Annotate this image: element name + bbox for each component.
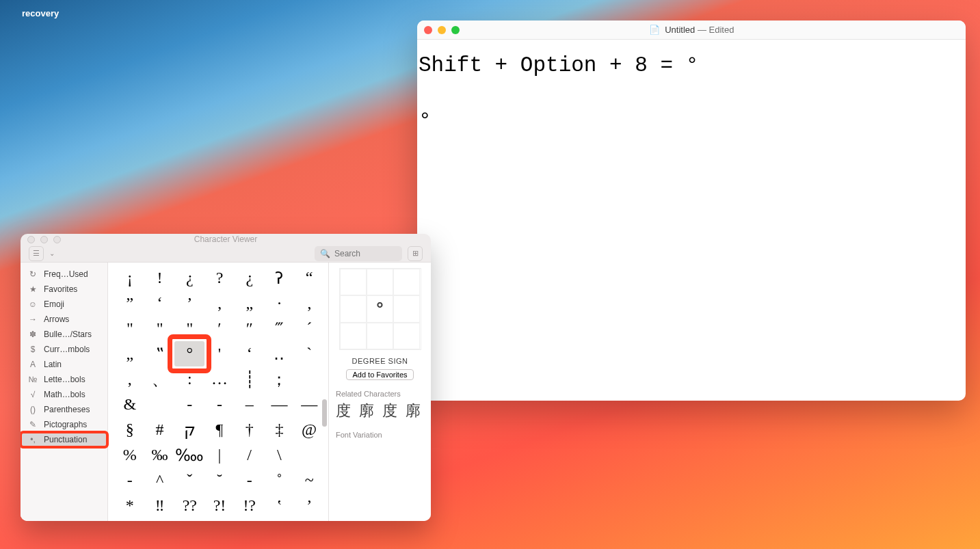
search-input[interactable] <box>334 249 397 258</box>
character-cell[interactable]: — <box>265 392 295 417</box>
character-cell[interactable]: ?! <box>204 493 235 518</box>
character-grid-container: ¡!¿?¿ʔ“”‘’‚„·‚"""′″‴´„‟°'‘‥`,、:…┊；&‑-–—―… <box>108 263 328 521</box>
character-cell[interactable]: / <box>235 442 265 468</box>
character-cell[interactable]: “ <box>294 265 324 291</box>
character-cell[interactable]: ┊ <box>235 366 265 392</box>
related-character[interactable]: 廓 <box>359 401 374 421</box>
sidebar-item-lette-bols[interactable]: №Lette…bols <box>21 372 107 387</box>
character-cell[interactable]: † <box>235 417 265 442</box>
character-cell[interactable]: ` <box>294 341 324 366</box>
sidebar-item-label: Parentheses <box>44 405 90 414</box>
character-cell[interactable]: ~ <box>294 468 324 493</box>
character-cell[interactable]: ˘ <box>204 468 235 493</box>
character-cell[interactable]: ^ <box>145 468 175 493</box>
add-to-favorites-button[interactable]: Add to Favorites <box>346 369 413 380</box>
sidebar-item-math-bols[interactable]: √Math…bols <box>21 387 107 402</box>
character-cell[interactable]: ’ <box>294 493 324 518</box>
character-cell[interactable]: ק <box>174 417 204 442</box>
character-cell[interactable]: ! <box>145 265 175 291</box>
character-cell[interactable]: # <box>145 417 175 442</box>
character-cell[interactable]: ′ <box>204 316 235 341</box>
character-cell[interactable]: ¶ <box>204 417 235 442</box>
sidebar-item-parentheses[interactable]: ()Parentheses <box>21 402 107 417</box>
character-cell[interactable]: @ <box>294 417 324 442</box>
character-cell[interactable]: ； <box>265 366 295 392</box>
grid-toggle-button[interactable]: ⊞ <box>408 246 423 261</box>
character-cell[interactable]: - <box>115 468 145 493</box>
character-cell[interactable]: \ <box>265 442 295 468</box>
character-cell[interactable]: | <box>204 442 235 468</box>
character-cell[interactable]: „ <box>115 341 145 366</box>
character-cell[interactable]: - <box>235 468 265 493</box>
sidebar-item-punctuation[interactable]: •,Punctuation <box>21 432 107 447</box>
search-field[interactable]: 🔍 <box>315 246 402 261</box>
character-cell[interactable]: ‡ <box>265 417 295 442</box>
character-cell[interactable]: ˚ <box>265 468 295 493</box>
character-cell[interactable]: ‑ <box>174 392 204 417</box>
character-cell[interactable]: " <box>145 316 175 341</box>
character-cell[interactable]: ‰ <box>145 442 175 468</box>
character-cell[interactable]: ‼ <box>145 493 175 518</box>
sidebar-item-freq-used[interactable]: ↻Freq…Used <box>21 267 107 282</box>
sidebar-item-emoji[interactable]: ☺Emoji <box>21 297 107 312</box>
character-cell[interactable]: ' <box>204 341 235 366</box>
sidebar-item-curr-mbols[interactable]: $Curr…mbols <box>21 342 107 357</box>
character-cell[interactable]: : <box>174 366 204 392</box>
character-cell[interactable]: – <box>235 392 265 417</box>
textedit-titlebar[interactable]: 📄 Untitled — Edited <box>417 21 966 40</box>
character-cell[interactable]: ‘ <box>235 341 265 366</box>
character-cell[interactable] <box>294 442 324 468</box>
sidebar-item-favorites[interactable]: ★Favorites <box>21 282 107 297</box>
scrollbar-thumb[interactable] <box>322 399 327 427</box>
character-cell[interactable]: * <box>115 493 145 518</box>
character-cell[interactable]: ¡ <box>115 265 145 291</box>
character-cell[interactable]: , <box>115 366 145 392</box>
related-character[interactable]: 度 <box>382 401 397 421</box>
character-cell[interactable]: ‟ <box>145 341 175 366</box>
character-cell[interactable]: % <box>115 442 145 468</box>
character-cell[interactable]: § <box>115 417 145 442</box>
character-cell[interactable]: ’ <box>174 291 204 316</box>
related-character[interactable]: 度 <box>336 401 351 421</box>
character-cell[interactable]: & <box>115 392 145 417</box>
character-cell[interactable]: ‱ <box>174 442 204 468</box>
character-viewer-titlebar[interactable]: Character Viewer <box>21 234 431 245</box>
character-cell[interactable]: ‚ <box>294 291 324 316</box>
sidebar-item-arrows[interactable]: →Arrows <box>21 312 107 327</box>
character-cell[interactable] <box>294 366 324 392</box>
character-cell[interactable]: ‴ <box>265 316 295 341</box>
settings-menu-button[interactable]: ☰ <box>29 246 44 261</box>
character-cell[interactable]: … <box>204 366 235 392</box>
character-cell[interactable]: 、 <box>145 366 175 392</box>
character-cell[interactable]: ― <box>294 392 324 417</box>
sidebar-item-icon: $ <box>27 345 38 354</box>
character-cell[interactable]: ¿ <box>174 265 204 291</box>
character-cell[interactable]: · <box>265 291 295 316</box>
character-cell[interactable]: ¿ <box>235 265 265 291</box>
character-cell[interactable]: " <box>115 316 145 341</box>
character-cell[interactable]: ˇ <box>174 468 204 493</box>
character-cell[interactable]: !? <box>235 493 265 518</box>
sidebar-item-pictographs[interactable]: ✎Pictographs <box>21 417 107 432</box>
sidebar-item-bulle-stars[interactable]: ✽Bulle…/Stars <box>21 327 107 342</box>
character-cell[interactable]: „ <box>235 291 265 316</box>
character-cell[interactable]: ‥ <box>265 341 295 366</box>
character-cell[interactable] <box>145 392 175 417</box>
character-cell[interactable]: ?? <box>174 493 204 518</box>
character-cell[interactable]: ‘ <box>145 291 175 316</box>
character-cell[interactable]: ? <box>204 265 235 291</box>
character-cell[interactable]: - <box>204 392 235 417</box>
character-cell[interactable]: ° <box>174 341 204 366</box>
character-cell[interactable]: ″ <box>235 316 265 341</box>
chevron-down-icon[interactable]: ⌄ <box>49 250 55 257</box>
character-cell[interactable]: ‚ <box>204 291 235 316</box>
character-cell[interactable]: " <box>174 316 204 341</box>
sidebar-item-icon: ☺ <box>27 299 38 309</box>
related-character[interactable]: 廓 <box>406 401 421 421</box>
sidebar-item-latin[interactable]: ALatin <box>21 357 107 372</box>
character-cell[interactable]: ʔ <box>265 265 295 291</box>
character-cell[interactable]: ‛ <box>265 493 295 518</box>
character-cell[interactable]: ´ <box>294 316 324 341</box>
character-cell[interactable]: ” <box>115 291 145 316</box>
textedit-body[interactable]: Shift + Option + 8 = ° ° <box>417 40 966 401</box>
